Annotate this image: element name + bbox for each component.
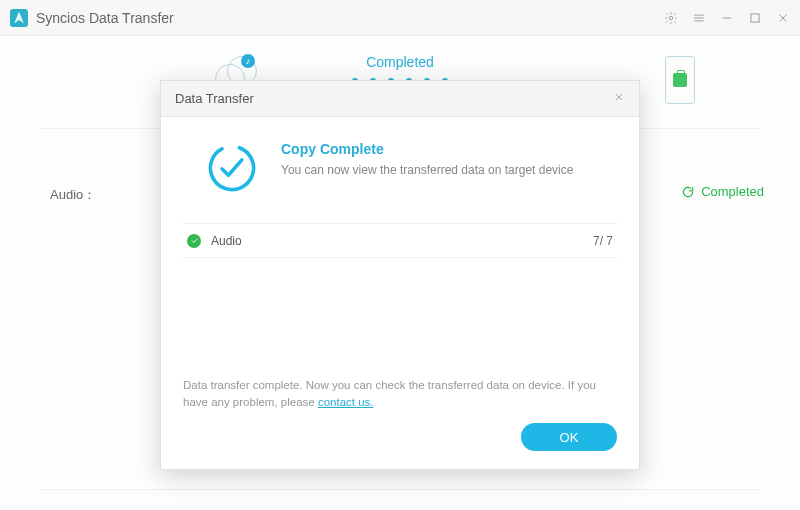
contact-us-link[interactable]: contact us. [318,396,374,408]
window-controls [664,11,790,25]
refresh-check-icon [681,185,695,199]
title-bar: Syncios Data Transfer [0,0,800,36]
svg-point-2 [205,141,259,195]
list-item: Audio 7/ 7 [183,224,617,258]
item-label: Audio [211,234,242,248]
data-transfer-dialog: Data Transfer Copy Complete You can now … [160,80,640,470]
footer-message: Data transfer complete. Now you can chec… [183,377,617,412]
app-title: Syncios Data Transfer [36,10,174,26]
item-count: 7/ 7 [593,234,613,248]
minimize-button[interactable] [720,11,734,25]
complete-check-icon [205,141,259,195]
maximize-button[interactable] [748,11,762,25]
dialog-title: Data Transfer [175,91,254,106]
app-logo-icon [10,9,28,27]
dialog-close-button[interactable] [613,91,625,106]
hero-subtitle: You can now view the transferred data on… [281,163,573,177]
svg-point-0 [669,16,673,20]
close-button[interactable] [776,11,790,25]
hero-title: Copy Complete [281,141,573,157]
dialog-footer: Data transfer complete. Now you can chec… [183,377,617,452]
category-label: Audio： [50,186,96,204]
ok-button[interactable]: OK [521,423,617,451]
close-icon [613,91,625,103]
menu-icon[interactable] [692,11,706,25]
hero-text: Copy Complete You can now view the trans… [281,141,573,195]
gear-icon[interactable] [664,11,678,25]
status-text: Completed [701,184,764,199]
device-icon [665,56,695,104]
status-badge: Completed [681,184,764,199]
svg-rect-1 [751,13,759,21]
dialog-header: Data Transfer [161,81,639,117]
hero-section: Copy Complete You can now view the trans… [161,117,639,205]
success-check-icon [187,234,201,248]
bottom-divider [40,489,760,490]
transfer-list: Audio 7/ 7 [183,223,617,258]
footer-prefix: Data transfer complete. Now you can chec… [183,379,596,408]
